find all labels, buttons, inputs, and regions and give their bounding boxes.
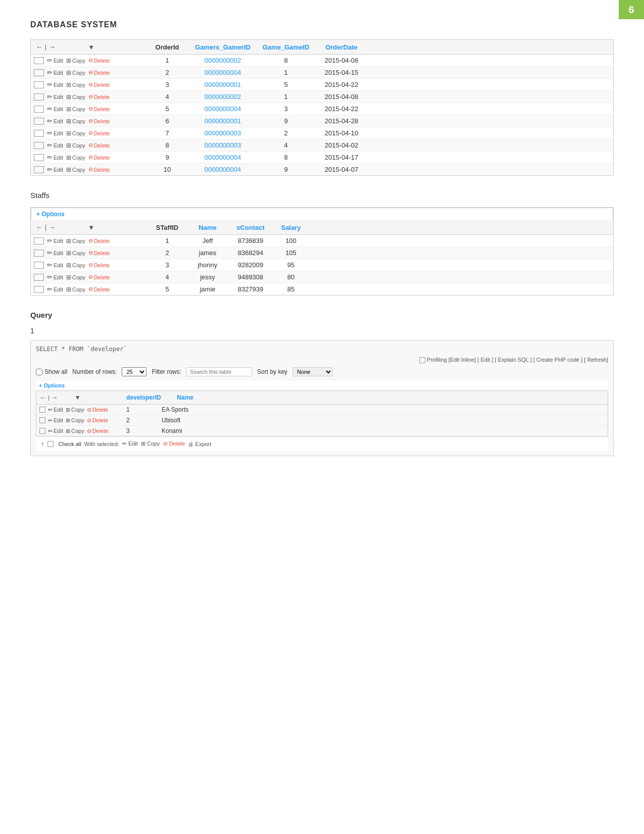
footer-check-all-checkbox[interactable] [47, 441, 54, 447]
row-checkbox[interactable] [34, 93, 44, 101]
row-checkbox[interactable] [34, 142, 44, 149]
row-checkbox[interactable] [34, 57, 44, 64]
dev-nav-left[interactable]: ← [39, 394, 46, 402]
row-checkbox[interactable] [34, 130, 44, 137]
copy-button[interactable]: ⊞ Copy [66, 250, 85, 257]
edit-button[interactable]: ✏ Edit [47, 129, 63, 137]
edit-button[interactable]: ✏ Edit [47, 273, 63, 281]
edit-button[interactable]: ✏ Edit [47, 93, 63, 101]
dev-sort-icon[interactable]: ▼ [75, 394, 81, 401]
show-all-checkbox[interactable] [36, 369, 42, 375]
copy-button[interactable]: ⊞ Copy [66, 130, 85, 137]
staffs-options-bar[interactable]: + Options [31, 208, 613, 220]
edit-button[interactable]: ✏ Edit [47, 141, 63, 149]
dev-options-bar[interactable]: + Options [36, 380, 608, 390]
row-checkbox[interactable] [34, 166, 44, 173]
copy-button[interactable]: ⊞ Copy [66, 237, 85, 244]
copy-button[interactable]: ⊞ Copy [66, 274, 85, 281]
copy-button[interactable]: ⊞ Copy [66, 106, 85, 113]
edit-button[interactable]: ✏ Edit [47, 166, 63, 173]
dev-copy-button[interactable]: ⊞ Copy [66, 407, 84, 413]
dev-checkbox[interactable] [39, 428, 45, 434]
delete-button[interactable]: ⊖ Delete [88, 69, 110, 76]
edit-button[interactable]: ✏ Edit [47, 105, 63, 113]
copy-button[interactable]: ⊞ Copy [66, 154, 85, 161]
delete-button[interactable]: ⊖ Delete [88, 166, 110, 173]
dev-checkbox[interactable] [39, 417, 45, 423]
edit-button[interactable]: ✏ Edit [47, 154, 63, 161]
footer-check-all-label[interactable]: Check all [59, 441, 81, 447]
dev-checkbox[interactable] [39, 407, 45, 413]
row-checkbox[interactable] [34, 286, 44, 293]
link-edit[interactable]: [ Edit ] [477, 357, 493, 363]
link-explain-sql[interactable]: [ Explain SQL ] [495, 357, 532, 363]
row-checkbox[interactable] [34, 118, 44, 125]
rows-count-select[interactable]: 25 50 100 [122, 367, 146, 376]
edit-button[interactable]: ✏ Edit [47, 117, 63, 125]
staffs-nav-left[interactable]: ← [36, 223, 43, 231]
copy-button[interactable]: ⊞ Copy [66, 166, 85, 173]
sort-dropdown-icon[interactable]: ▼ [88, 43, 94, 51]
delete-button[interactable]: ⊖ Delete [88, 274, 110, 280]
row-checkbox[interactable] [34, 69, 44, 76]
delete-button[interactable]: ⊖ Delete [88, 142, 110, 149]
dev-delete-button[interactable]: ⊖ Delete [87, 428, 109, 434]
row-checkbox[interactable] [34, 106, 44, 113]
copy-button[interactable]: ⊞ Copy [66, 142, 85, 149]
nav-left-arrow[interactable]: ← [36, 43, 43, 51]
dev-edit-button[interactable]: ✏ Edit [48, 417, 63, 424]
link-refresh[interactable]: [ Refresh] [584, 357, 608, 363]
link-edit-inline[interactable]: [Edit Inline] [449, 357, 476, 363]
copy-button[interactable]: ⊞ Copy [66, 57, 85, 64]
profiling-checkbox[interactable] [419, 357, 425, 363]
staffs-sort-icon[interactable]: ▼ [88, 224, 94, 231]
row-checkbox[interactable] [34, 250, 44, 257]
delete-button[interactable]: ⊖ Delete [88, 237, 110, 244]
delete-button[interactable]: ⊖ Delete [88, 262, 110, 268]
copy-button[interactable]: ⊞ Copy [66, 262, 85, 269]
footer-export-link[interactable]: 🖨 Export [188, 441, 211, 447]
delete-button[interactable]: ⊖ Delete [88, 57, 110, 64]
row-checkbox[interactable] [34, 237, 44, 244]
row-checkbox[interactable] [34, 154, 44, 161]
dev-copy-button[interactable]: ⊞ Copy [66, 417, 84, 424]
copy-button[interactable]: ⊞ Copy [66, 93, 85, 101]
copy-button[interactable]: ⊞ Copy [66, 286, 85, 293]
delete-button[interactable]: ⊖ Delete [88, 130, 110, 136]
staffs-nav-right[interactable]: → [48, 223, 56, 231]
row-checkbox[interactable] [34, 274, 44, 281]
delete-button[interactable]: ⊖ Delete [88, 250, 110, 256]
search-table-input[interactable] [186, 367, 252, 376]
edit-button[interactable]: ✏ Edit [47, 81, 63, 88]
dev-delete-button[interactable]: ⊖ Delete [87, 417, 109, 424]
edit-button[interactable]: ✏ Edit [47, 261, 63, 269]
footer-delete-link[interactable]: ⊖ Delete [163, 440, 185, 447]
dev-delete-button[interactable]: ⊖ Delete [87, 407, 109, 413]
row-checkbox[interactable] [34, 81, 44, 88]
dev-edit-button[interactable]: ✏ Edit [48, 407, 63, 413]
edit-button[interactable]: ✏ Edit [47, 249, 63, 257]
footer-edit-link[interactable]: ✏ Edit [122, 440, 138, 447]
row-checkbox[interactable] [34, 262, 44, 269]
link-create-php[interactable]: [ Create PHP code ] [533, 357, 583, 363]
sort-by-key-select[interactable]: None [292, 367, 333, 376]
edit-button[interactable]: ✏ Edit [47, 237, 63, 244]
delete-button[interactable]: ⊖ Delete [88, 106, 110, 112]
footer-copy-link[interactable]: ⊞ Copy [141, 440, 160, 447]
delete-button[interactable]: ⊖ Delete [88, 81, 110, 88]
dev-edit-button[interactable]: ✏ Edit [48, 428, 63, 434]
delete-button[interactable]: ⊖ Delete [88, 154, 110, 161]
edit-button[interactable]: ✏ Edit [47, 57, 63, 64]
edit-button[interactable]: ✏ Edit [47, 69, 63, 76]
copy-button[interactable]: ⊞ Copy [66, 118, 85, 125]
edit-button[interactable]: ✏ Edit [47, 285, 63, 293]
delete-button[interactable]: ⊖ Delete [88, 286, 110, 292]
copy-button[interactable]: ⊞ Copy [66, 69, 85, 76]
dev-nav-right[interactable]: → [51, 394, 58, 402]
dev-copy-button[interactable]: ⊞ Copy [66, 428, 84, 434]
delete-button[interactable]: ⊖ Delete [88, 93, 110, 100]
show-all-label[interactable]: Show all [36, 368, 67, 375]
delete-button[interactable]: ⊖ Delete [88, 118, 110, 124]
copy-button[interactable]: ⊞ Copy [66, 81, 85, 88]
nav-right-arrow[interactable]: → [48, 43, 56, 51]
